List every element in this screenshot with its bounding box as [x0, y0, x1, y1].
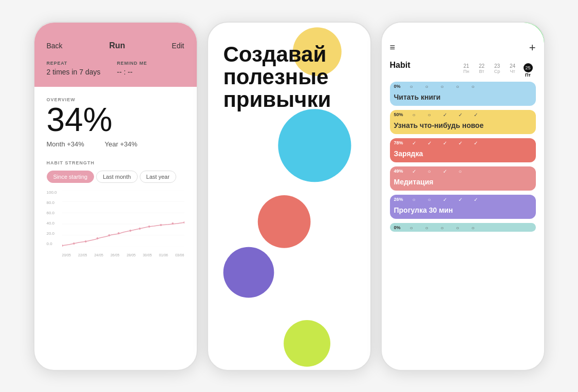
habit-row-meditation[interactable]: 49% ✓ ○ ✓ ○ Медитация	[390, 166, 536, 191]
tab-since-starting[interactable]: Since starting	[47, 171, 95, 183]
habit-learn-top: 50% ○ ○ ✓ ✓ ✓	[390, 110, 536, 119]
edit-button[interactable]: Edit	[172, 42, 184, 50]
date-21: 21 Пн	[459, 63, 474, 78]
year-stat: Year +34%	[105, 140, 138, 148]
habit-row-walk[interactable]: 26% ○ ○ ✓ ✓ ✓ Прогулка 30 мин	[390, 195, 536, 219]
habit-meditation-progress: 49%	[394, 169, 403, 174]
habit-reading-name-row: Читать книги	[390, 90, 536, 106]
back-button[interactable]: Back	[47, 42, 63, 50]
dot-5: ○	[465, 84, 481, 89]
habit-learn-name: Узнать что-нибудь новое	[394, 121, 484, 129]
svg-point-11	[118, 232, 120, 234]
svg-point-10	[108, 234, 110, 236]
date-23: 23 Ср	[490, 63, 505, 78]
dot-5: ✓	[468, 140, 483, 146]
phone-1-header: Back Run Edit REPEAT 2 times in 7 days R…	[34, 23, 197, 87]
habit-walk-name: Прогулка 30 мин	[394, 206, 453, 214]
svg-point-16	[172, 222, 174, 225]
habit-row-empty[interactable]: 0% ○ ○ ○ ○ ○	[390, 223, 536, 232]
title-line-3: привычки	[223, 88, 355, 111]
title-line-2: полезные	[223, 66, 355, 88]
phone-2: Создавай полезные привычки	[207, 22, 371, 371]
screenshots-container: Back Run Edit REPEAT 2 times in 7 days R…	[23, 11, 555, 381]
dot-2: ○	[419, 225, 435, 231]
repeat-meta: REPEAT 2 times in 7 days	[47, 61, 101, 77]
dot-1: ○	[404, 84, 419, 89]
phone-3: ≡ + Habit 21 Пн 22 Вт	[381, 22, 545, 371]
habit-strength-label: HABIT STRENGTH	[47, 160, 184, 165]
remind-value: -- : --	[117, 68, 133, 76]
habit-learn-progress: 50%	[394, 112, 403, 117]
habit-list-header: Habit 21 Пн 22 Вт 23 Ср	[390, 61, 536, 78]
tab-last-month[interactable]: Last month	[96, 171, 137, 183]
phone-2-title: Создавай полезные привычки	[223, 43, 355, 111]
svg-point-20	[257, 195, 310, 248]
month-stat: Month +34%	[47, 140, 84, 148]
habit-reading-name: Читать книги	[394, 93, 441, 101]
dot-3: ✓	[437, 112, 453, 118]
x-28-05: 28/05	[126, 253, 136, 257]
dot-5: ✓	[468, 112, 483, 118]
y-label-100: 100.0	[47, 190, 57, 195]
dot-3: ○	[435, 84, 450, 89]
svg-point-9	[96, 237, 98, 239]
date-columns: 21 Пн 22 Вт 23 Ср 24 Чт	[459, 63, 536, 78]
y-label-60: 60.0	[47, 211, 57, 215]
date-25-active: 25 Пт	[520, 63, 536, 78]
dot-4: ○	[450, 84, 465, 89]
habit-empty-dots: ○ ○ ○ ○ ○	[404, 225, 481, 231]
dot-1: ✓	[406, 169, 422, 174]
overview-percent: 34%	[47, 103, 184, 136]
habit-exercise-name: Зарядка	[394, 150, 423, 158]
habit-learn-dots: ○ ○ ✓ ✓ ✓	[406, 112, 483, 118]
chart-svg	[62, 190, 184, 247]
dot-1: ✓	[406, 140, 422, 146]
habit-walk-dots: ○ ○ ✓ ✓ ✓	[406, 197, 483, 202]
habit-row-reading[interactable]: 0% ○ ○ ○ ○ ○ Читать книги	[390, 82, 536, 106]
add-habit-button[interactable]: +	[529, 41, 536, 54]
chart-y-labels: 100.0 80.0 60.0 40.0 20.0 0.0	[47, 190, 57, 247]
habit-exercise-top: 78% ✓ ✓ ✓ ✓ ✓	[390, 138, 536, 147]
habit-row-learn[interactable]: 50% ○ ○ ✓ ✓ ✓ Узнать что-нибудь новое	[390, 110, 536, 134]
dot-3: ✓	[437, 140, 453, 146]
habit-meditation-name-row: Медитация	[390, 175, 536, 191]
svg-point-15	[160, 224, 162, 226]
habit-empty-top: 0% ○ ○ ○ ○ ○	[390, 223, 536, 232]
phone-2-inner: Создавай полезные привычки	[208, 23, 370, 370]
phone-1-nav: Back Run Edit	[47, 41, 184, 50]
habit-meditation-top: 49% ✓ ○ ✓ ○	[390, 166, 536, 175]
dot-5: ✓	[468, 197, 483, 202]
dot-2: ○	[419, 84, 435, 89]
svg-point-6	[62, 245, 63, 247]
habit-row-exercise[interactable]: 78% ✓ ✓ ✓ ✓ ✓ Зарядка	[390, 138, 536, 162]
x-26-05: 26/05	[110, 253, 120, 257]
habit-meditation-dots: ✓ ○ ✓ ○	[406, 169, 483, 174]
svg-point-12	[129, 230, 131, 232]
dot-4: ○	[450, 225, 465, 231]
remind-meta: REMIND ME -- : --	[117, 61, 147, 77]
phone-3-topbar: ≡ +	[390, 41, 536, 54]
habit-empty-progress: 0%	[394, 225, 401, 230]
dot-3: ✓	[437, 197, 453, 202]
svg-point-22	[284, 320, 330, 366]
phone-3-inner: ≡ + Habit 21 Пн 22 Вт	[382, 23, 544, 370]
habit-meditation-name: Медитация	[394, 178, 434, 186]
dot-4: ✓	[453, 112, 468, 118]
dot-1: ○	[406, 197, 422, 202]
repeat-value: 2 times in 7 days	[47, 68, 101, 76]
x-22-05: 22/05	[78, 253, 87, 257]
y-label-40: 40.0	[47, 221, 57, 226]
svg-point-14	[148, 226, 150, 228]
habit-walk-top: 26% ○ ○ ✓ ✓ ✓	[390, 195, 536, 203]
svg-point-7	[73, 242, 75, 245]
habit-reading-dots: ○ ○ ○ ○ ○	[404, 84, 481, 89]
y-label-0: 0.0	[47, 241, 57, 246]
tab-last-year[interactable]: Last year	[140, 171, 176, 183]
hamburger-icon[interactable]: ≡	[390, 42, 396, 53]
repeat-label: REPEAT	[47, 61, 101, 66]
chart-x-labels: 20/05 22/05 24/05 26/05 28/05 30/05 01/0…	[62, 253, 184, 257]
dot-4: ○	[453, 169, 468, 174]
y-label-80: 80.0	[47, 200, 57, 205]
phone-1-meta: REPEAT 2 times in 7 days REMIND ME -- : …	[47, 59, 184, 77]
habit-reading-progress: 0%	[394, 84, 401, 89]
